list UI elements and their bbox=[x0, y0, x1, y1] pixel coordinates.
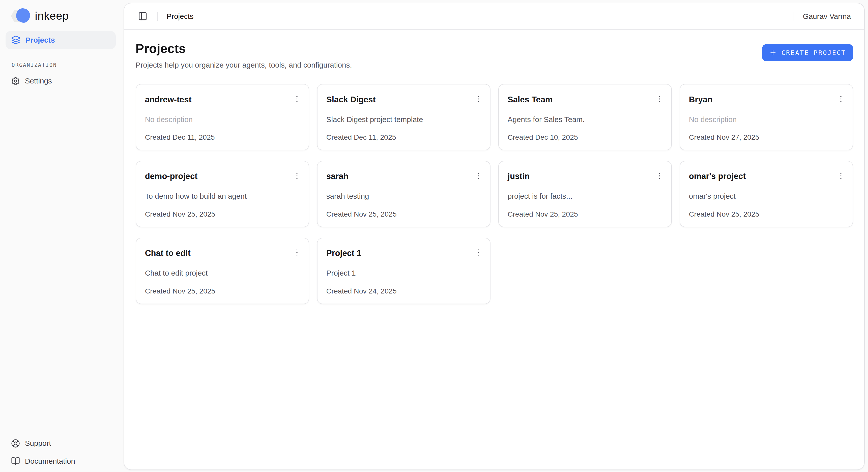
kebab-icon bbox=[474, 248, 483, 257]
project-card-description: Slack Digest project template bbox=[326, 114, 481, 125]
create-project-button[interactable]: CREATE PROJECT bbox=[762, 44, 853, 61]
inkeep-logo-icon bbox=[11, 8, 30, 23]
project-card-created: Created Dec 10, 2025 bbox=[508, 133, 662, 142]
plus-icon bbox=[769, 49, 777, 57]
sidebar-item-settings[interactable]: Settings bbox=[5, 72, 116, 90]
kebab-icon bbox=[836, 95, 845, 103]
brand-logo[interactable]: inkeep bbox=[0, 0, 124, 31]
user-menu[interactable]: Gaurav Varma bbox=[803, 12, 851, 21]
sidebar: inkeep Projects ORGANIZATION Settings bbox=[0, 0, 124, 472]
project-card-description: project is for facts... bbox=[508, 191, 662, 202]
project-card[interactable]: demo-project To demo how to build an age… bbox=[136, 161, 309, 227]
project-card-header: omar's project bbox=[689, 171, 844, 182]
gear-icon bbox=[11, 77, 20, 86]
kebab-icon bbox=[292, 171, 301, 180]
projects-page: Projects Projects help you organize your… bbox=[124, 30, 864, 469]
project-card-created: Created Dec 11, 2025 bbox=[326, 133, 481, 142]
project-card[interactable]: sarah sarah testing Created Nov 25, 2025 bbox=[317, 161, 491, 227]
project-card-title: andrew-test bbox=[145, 94, 192, 105]
book-open-icon bbox=[11, 457, 20, 466]
sidebar-item-documentation[interactable]: Documentation bbox=[5, 453, 116, 470]
project-card-header: justin bbox=[508, 171, 662, 182]
project-card-menu-button[interactable] bbox=[654, 170, 666, 182]
project-card-created: Created Dec 11, 2025 bbox=[145, 133, 300, 142]
brand-logo-text: inkeep bbox=[35, 9, 69, 22]
project-card-header: Bryan bbox=[689, 94, 844, 105]
project-card-description: No description bbox=[145, 114, 300, 125]
project-card-menu-button[interactable] bbox=[654, 93, 666, 105]
breadcrumb: Projects bbox=[167, 12, 194, 21]
project-card[interactable]: omar's project omar's project Created No… bbox=[680, 161, 853, 227]
sidebar-toggle-button[interactable] bbox=[136, 9, 150, 24]
project-card-description: sarah testing bbox=[326, 191, 481, 202]
project-card[interactable]: Chat to edit Chat to edit project Create… bbox=[136, 238, 309, 304]
sidebar-item-projects[interactable]: Projects bbox=[5, 31, 116, 49]
project-card-created: Created Nov 25, 2025 bbox=[145, 286, 300, 296]
project-card-title: Bryan bbox=[689, 94, 712, 105]
page-header: Projects Projects help you organize your… bbox=[136, 41, 853, 70]
kebab-icon bbox=[292, 95, 301, 103]
header-divider bbox=[794, 12, 794, 21]
project-card-header: Slack Digest bbox=[326, 94, 481, 105]
project-card[interactable]: Slack Digest Slack Digest project templa… bbox=[317, 84, 491, 150]
project-card-title: omar's project bbox=[689, 171, 746, 182]
kebab-icon bbox=[474, 171, 483, 180]
project-card-title: Chat to edit bbox=[145, 248, 191, 259]
main-panel: Projects Gaurav Varma Projects Projects … bbox=[124, 3, 865, 470]
logo-blob-shape bbox=[16, 8, 30, 23]
project-card-menu-button[interactable] bbox=[472, 247, 485, 259]
kebab-icon bbox=[836, 171, 845, 180]
project-card-title: justin bbox=[508, 171, 530, 182]
project-card-title: demo-project bbox=[145, 171, 197, 182]
sidebar-item-label: Settings bbox=[25, 77, 52, 85]
sidebar-footer: Support Documentation bbox=[0, 435, 124, 472]
project-card-header: sarah bbox=[326, 171, 481, 182]
project-card[interactable]: Project 1 Project 1 Created Nov 24, 2025 bbox=[317, 238, 491, 304]
project-card[interactable]: Bryan No description Created Nov 27, 202… bbox=[680, 84, 853, 150]
sidebar-item-label: Documentation bbox=[25, 457, 75, 466]
project-card-description: Chat to edit project bbox=[145, 268, 300, 279]
project-card-created: Created Nov 27, 2025 bbox=[689, 133, 844, 142]
header-divider bbox=[157, 12, 158, 21]
project-card-description: No description bbox=[689, 114, 844, 125]
layers-icon bbox=[11, 35, 21, 44]
project-card[interactable]: Sales Team Agents for Sales Team. Create… bbox=[498, 84, 672, 150]
create-project-button-label: CREATE PROJECT bbox=[781, 49, 846, 57]
page-subtitle: Projects help you organize your agents, … bbox=[136, 60, 352, 70]
project-card-header: Sales Team bbox=[508, 94, 662, 105]
project-card[interactable]: justin project is for facts... Created N… bbox=[498, 161, 672, 227]
sidebar-item-support[interactable]: Support bbox=[5, 435, 116, 451]
project-card-header: demo-project bbox=[145, 171, 300, 182]
project-card-header: Project 1 bbox=[326, 248, 481, 259]
projects-grid: andrew-test No description Created Dec 1… bbox=[136, 84, 853, 304]
project-card-created: Created Nov 24, 2025 bbox=[326, 286, 481, 296]
project-card-description: Agents for Sales Team. bbox=[508, 114, 662, 125]
life-buoy-icon bbox=[11, 439, 20, 448]
project-card-menu-button[interactable] bbox=[835, 170, 847, 182]
kebab-icon bbox=[655, 95, 664, 103]
sidebar-item-label: Projects bbox=[26, 36, 55, 44]
sidebar-section-organization-label: ORGANIZATION bbox=[11, 62, 123, 68]
project-card-title: sarah bbox=[326, 171, 348, 182]
project-card-menu-button[interactable] bbox=[472, 170, 485, 182]
project-card-menu-button[interactable] bbox=[472, 93, 485, 105]
project-card-menu-button[interactable] bbox=[291, 247, 303, 259]
project-card-created: Created Nov 25, 2025 bbox=[145, 210, 300, 219]
project-card-menu-button[interactable] bbox=[835, 93, 847, 105]
project-card-created: Created Nov 25, 2025 bbox=[326, 210, 481, 219]
project-card-description: omar's project bbox=[689, 191, 844, 202]
project-card-menu-button[interactable] bbox=[291, 170, 303, 182]
project-card[interactable]: andrew-test No description Created Dec 1… bbox=[136, 84, 309, 150]
app-root: inkeep Projects ORGANIZATION Settings bbox=[0, 0, 868, 472]
page-title: Projects bbox=[136, 41, 352, 56]
project-card-description: Project 1 bbox=[326, 268, 481, 279]
project-card-title: Project 1 bbox=[326, 248, 361, 259]
panel-header: Projects Gaurav Varma bbox=[124, 3, 864, 30]
project-card-header: andrew-test bbox=[145, 94, 300, 105]
project-card-menu-button[interactable] bbox=[291, 93, 303, 105]
kebab-icon bbox=[474, 95, 483, 103]
project-card-header: Chat to edit bbox=[145, 248, 300, 259]
project-card-title: Sales Team bbox=[508, 94, 553, 105]
project-card-created: Created Nov 25, 2025 bbox=[508, 210, 662, 219]
panel-left-icon bbox=[138, 11, 147, 21]
